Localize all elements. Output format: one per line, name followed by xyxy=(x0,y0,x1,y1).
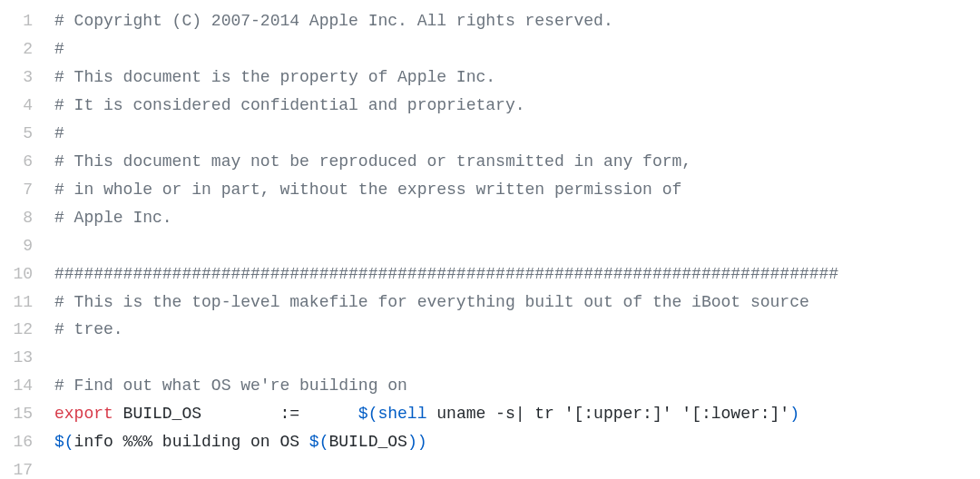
token: # tree. xyxy=(54,320,123,338)
token: # It is considered confidential and prop… xyxy=(54,96,524,114)
code-line: 12# tree. xyxy=(0,316,980,344)
token: ) xyxy=(789,405,799,423)
line-content: # tree. xyxy=(54,316,980,344)
token: info %%% building on OS xyxy=(74,433,309,451)
token: # This document may not be reproduced or… xyxy=(54,152,691,171)
token: BUILD_OS := xyxy=(113,405,358,423)
line-number: 3 xyxy=(0,64,54,92)
line-content: # This document may not be reproduced or… xyxy=(54,148,980,176)
line-number: 9 xyxy=(0,232,54,260)
line-number: 4 xyxy=(0,92,54,120)
line-number: 2 xyxy=(0,35,54,64)
token: $( xyxy=(309,433,329,451)
line-content: $(info %%% building on OS $(BUILD_OS)) xyxy=(54,428,980,456)
line-content: # It is considered confidential and prop… xyxy=(54,92,980,120)
token: # Apple Inc. xyxy=(54,209,172,227)
code-line: 3# This document is the property of Appl… xyxy=(0,64,980,92)
code-line: 6# This document may not be reproduced o… xyxy=(0,148,980,176)
line-content xyxy=(54,344,980,372)
code-line: 2# xyxy=(0,35,980,64)
line-number: 16 xyxy=(0,428,54,456)
code-line: 14# Find out what OS we're building on xyxy=(0,372,980,400)
line-number: 8 xyxy=(0,204,54,232)
token: uname -s| tr '[:upper:]' '[:lower:]' xyxy=(426,405,789,423)
line-content: # in whole or in part, without the expre… xyxy=(54,176,980,204)
line-number: 17 xyxy=(0,456,54,479)
token: # Copyright (C) 2007-2014 Apple Inc. All… xyxy=(54,12,613,30)
line-content: # This is the top-level makefile for eve… xyxy=(54,288,980,317)
code-block: 1# Copyright (C) 2007-2014 Apple Inc. Al… xyxy=(0,7,980,479)
line-content: export BUILD_OS := $(shell uname -s| tr … xyxy=(54,400,980,428)
code-line: 15export BUILD_OS := $(shell uname -s| t… xyxy=(0,400,980,428)
code-line: 1# Copyright (C) 2007-2014 Apple Inc. Al… xyxy=(0,7,980,35)
line-number: 11 xyxy=(0,288,54,317)
token: export xyxy=(54,405,113,423)
code-line: 16$(info %%% building on OS $(BUILD_OS)) xyxy=(0,428,980,456)
token: ) xyxy=(417,433,427,451)
code-line: 17 xyxy=(0,456,980,479)
token: # Find out what OS we're building on xyxy=(54,376,407,395)
line-content xyxy=(54,456,980,479)
token: # xyxy=(54,124,64,142)
code-line: 13 xyxy=(0,344,980,372)
line-number: 12 xyxy=(0,316,54,344)
line-content xyxy=(54,232,980,260)
line-number: 15 xyxy=(0,400,54,428)
line-number: 1 xyxy=(0,7,54,35)
code-line: 5# xyxy=(0,120,980,148)
token: ) xyxy=(407,433,417,451)
token: # This is the top-level makefile for eve… xyxy=(54,293,809,311)
code-line: 9 xyxy=(0,232,980,260)
line-content: # Apple Inc. xyxy=(54,204,980,232)
code-line: 4# It is considered confidential and pro… xyxy=(0,92,980,120)
token: BUILD_OS xyxy=(328,433,407,451)
code-line: 8# Apple Inc. xyxy=(0,204,980,232)
token: # xyxy=(54,40,64,58)
token: $( xyxy=(54,433,74,451)
token: $( xyxy=(358,405,378,423)
line-number: 6 xyxy=(0,148,54,176)
line-number: 7 xyxy=(0,176,54,204)
line-number: 10 xyxy=(0,260,54,288)
line-content: # xyxy=(54,35,980,64)
line-content: # xyxy=(54,120,980,148)
token: # This document is the property of Apple… xyxy=(54,68,495,86)
code-line: 11# This is the top-level makefile for e… xyxy=(0,288,980,317)
line-number: 14 xyxy=(0,372,54,400)
token: # in whole or in part, without the expre… xyxy=(54,181,681,199)
token: ########################################… xyxy=(54,265,838,283)
code-line: 7# in whole or in part, without the expr… xyxy=(0,176,980,204)
line-content: ########################################… xyxy=(54,260,980,288)
line-number: 13 xyxy=(0,344,54,372)
code-line: 10######################################… xyxy=(0,260,980,288)
line-content: # Find out what OS we're building on xyxy=(54,372,980,400)
line-number: 5 xyxy=(0,120,54,148)
line-content: # Copyright (C) 2007-2014 Apple Inc. All… xyxy=(54,7,980,35)
line-content: # This document is the property of Apple… xyxy=(54,64,980,92)
token: shell xyxy=(377,405,426,423)
